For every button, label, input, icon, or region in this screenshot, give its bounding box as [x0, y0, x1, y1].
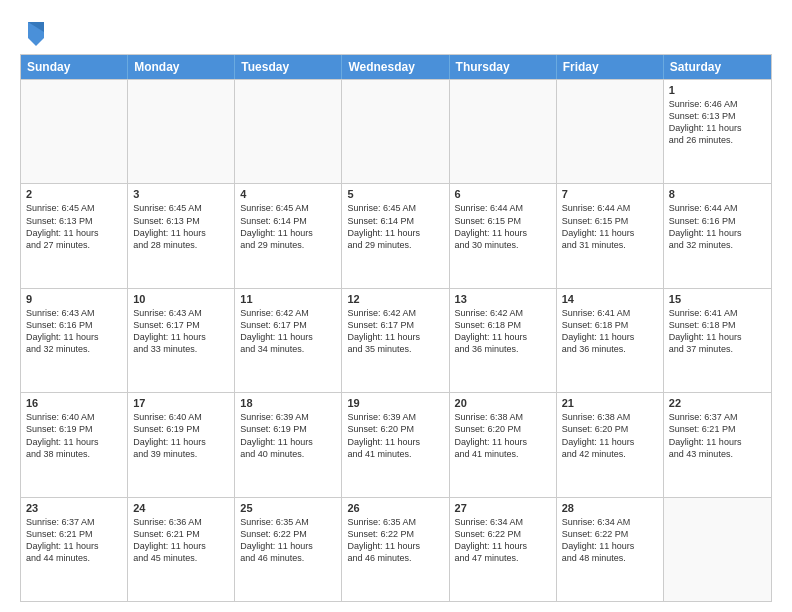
day-info: Sunrise: 6:45 AM Sunset: 6:14 PM Dayligh…	[347, 202, 443, 251]
day-info: Sunrise: 6:45 AM Sunset: 6:14 PM Dayligh…	[240, 202, 336, 251]
day-number: 9	[26, 293, 122, 305]
day-cell-1: 1Sunrise: 6:46 AM Sunset: 6:13 PM Daylig…	[664, 80, 771, 183]
day-info: Sunrise: 6:37 AM Sunset: 6:21 PM Dayligh…	[26, 516, 122, 565]
day-info: Sunrise: 6:35 AM Sunset: 6:22 PM Dayligh…	[347, 516, 443, 565]
day-number: 17	[133, 397, 229, 409]
day-number: 13	[455, 293, 551, 305]
calendar-row-2: 9Sunrise: 6:43 AM Sunset: 6:16 PM Daylig…	[21, 288, 771, 392]
day-info: Sunrise: 6:42 AM Sunset: 6:17 PM Dayligh…	[240, 307, 336, 356]
day-number: 16	[26, 397, 122, 409]
calendar-row-4: 23Sunrise: 6:37 AM Sunset: 6:21 PM Dayli…	[21, 497, 771, 601]
day-info: Sunrise: 6:34 AM Sunset: 6:22 PM Dayligh…	[455, 516, 551, 565]
day-cell-16: 16Sunrise: 6:40 AM Sunset: 6:19 PM Dayli…	[21, 393, 128, 496]
day-cell-15: 15Sunrise: 6:41 AM Sunset: 6:18 PM Dayli…	[664, 289, 771, 392]
day-cell-18: 18Sunrise: 6:39 AM Sunset: 6:19 PM Dayli…	[235, 393, 342, 496]
day-number: 6	[455, 188, 551, 200]
logo	[20, 18, 48, 46]
day-cell-2: 2Sunrise: 6:45 AM Sunset: 6:13 PM Daylig…	[21, 184, 128, 287]
day-cell-19: 19Sunrise: 6:39 AM Sunset: 6:20 PM Dayli…	[342, 393, 449, 496]
day-cell-8: 8Sunrise: 6:44 AM Sunset: 6:16 PM Daylig…	[664, 184, 771, 287]
day-cell-17: 17Sunrise: 6:40 AM Sunset: 6:19 PM Dayli…	[128, 393, 235, 496]
empty-cell	[21, 80, 128, 183]
day-info: Sunrise: 6:41 AM Sunset: 6:18 PM Dayligh…	[669, 307, 766, 356]
day-cell-7: 7Sunrise: 6:44 AM Sunset: 6:15 PM Daylig…	[557, 184, 664, 287]
empty-cell	[342, 80, 449, 183]
day-info: Sunrise: 6:45 AM Sunset: 6:13 PM Dayligh…	[133, 202, 229, 251]
header-day-monday: Monday	[128, 55, 235, 79]
day-number: 26	[347, 502, 443, 514]
day-number: 15	[669, 293, 766, 305]
day-info: Sunrise: 6:38 AM Sunset: 6:20 PM Dayligh…	[455, 411, 551, 460]
day-number: 25	[240, 502, 336, 514]
day-cell-3: 3Sunrise: 6:45 AM Sunset: 6:13 PM Daylig…	[128, 184, 235, 287]
empty-cell	[235, 80, 342, 183]
logo-icon	[24, 18, 48, 46]
day-number: 14	[562, 293, 658, 305]
day-info: Sunrise: 6:40 AM Sunset: 6:19 PM Dayligh…	[133, 411, 229, 460]
day-cell-4: 4Sunrise: 6:45 AM Sunset: 6:14 PM Daylig…	[235, 184, 342, 287]
day-info: Sunrise: 6:46 AM Sunset: 6:13 PM Dayligh…	[669, 98, 766, 147]
empty-cell	[128, 80, 235, 183]
day-cell-9: 9Sunrise: 6:43 AM Sunset: 6:16 PM Daylig…	[21, 289, 128, 392]
day-cell-14: 14Sunrise: 6:41 AM Sunset: 6:18 PM Dayli…	[557, 289, 664, 392]
day-info: Sunrise: 6:45 AM Sunset: 6:13 PM Dayligh…	[26, 202, 122, 251]
header	[20, 18, 772, 46]
day-number: 23	[26, 502, 122, 514]
day-cell-22: 22Sunrise: 6:37 AM Sunset: 6:21 PM Dayli…	[664, 393, 771, 496]
calendar: SundayMondayTuesdayWednesdayThursdayFrid…	[20, 54, 772, 602]
day-info: Sunrise: 6:36 AM Sunset: 6:21 PM Dayligh…	[133, 516, 229, 565]
empty-cell	[450, 80, 557, 183]
calendar-body: 1Sunrise: 6:46 AM Sunset: 6:13 PM Daylig…	[21, 79, 771, 601]
day-cell-13: 13Sunrise: 6:42 AM Sunset: 6:18 PM Dayli…	[450, 289, 557, 392]
day-number: 18	[240, 397, 336, 409]
calendar-header: SundayMondayTuesdayWednesdayThursdayFrid…	[21, 55, 771, 79]
day-info: Sunrise: 6:43 AM Sunset: 6:16 PM Dayligh…	[26, 307, 122, 356]
header-day-friday: Friday	[557, 55, 664, 79]
day-number: 10	[133, 293, 229, 305]
day-number: 2	[26, 188, 122, 200]
day-cell-12: 12Sunrise: 6:42 AM Sunset: 6:17 PM Dayli…	[342, 289, 449, 392]
day-info: Sunrise: 6:42 AM Sunset: 6:18 PM Dayligh…	[455, 307, 551, 356]
day-info: Sunrise: 6:35 AM Sunset: 6:22 PM Dayligh…	[240, 516, 336, 565]
day-info: Sunrise: 6:40 AM Sunset: 6:19 PM Dayligh…	[26, 411, 122, 460]
day-info: Sunrise: 6:44 AM Sunset: 6:15 PM Dayligh…	[562, 202, 658, 251]
day-number: 8	[669, 188, 766, 200]
day-number: 1	[669, 84, 766, 96]
day-info: Sunrise: 6:34 AM Sunset: 6:22 PM Dayligh…	[562, 516, 658, 565]
header-day-wednesday: Wednesday	[342, 55, 449, 79]
day-info: Sunrise: 6:39 AM Sunset: 6:20 PM Dayligh…	[347, 411, 443, 460]
day-info: Sunrise: 6:38 AM Sunset: 6:20 PM Dayligh…	[562, 411, 658, 460]
day-info: Sunrise: 6:43 AM Sunset: 6:17 PM Dayligh…	[133, 307, 229, 356]
day-info: Sunrise: 6:44 AM Sunset: 6:15 PM Dayligh…	[455, 202, 551, 251]
day-info: Sunrise: 6:37 AM Sunset: 6:21 PM Dayligh…	[669, 411, 766, 460]
day-cell-5: 5Sunrise: 6:45 AM Sunset: 6:14 PM Daylig…	[342, 184, 449, 287]
calendar-row-0: 1Sunrise: 6:46 AM Sunset: 6:13 PM Daylig…	[21, 79, 771, 183]
day-number: 24	[133, 502, 229, 514]
day-cell-28: 28Sunrise: 6:34 AM Sunset: 6:22 PM Dayli…	[557, 498, 664, 601]
day-number: 5	[347, 188, 443, 200]
day-number: 28	[562, 502, 658, 514]
calendar-row-1: 2Sunrise: 6:45 AM Sunset: 6:13 PM Daylig…	[21, 183, 771, 287]
day-cell-23: 23Sunrise: 6:37 AM Sunset: 6:21 PM Dayli…	[21, 498, 128, 601]
day-cell-21: 21Sunrise: 6:38 AM Sunset: 6:20 PM Dayli…	[557, 393, 664, 496]
day-info: Sunrise: 6:44 AM Sunset: 6:16 PM Dayligh…	[669, 202, 766, 251]
day-cell-27: 27Sunrise: 6:34 AM Sunset: 6:22 PM Dayli…	[450, 498, 557, 601]
day-number: 4	[240, 188, 336, 200]
header-day-sunday: Sunday	[21, 55, 128, 79]
day-number: 12	[347, 293, 443, 305]
day-number: 19	[347, 397, 443, 409]
calendar-row-3: 16Sunrise: 6:40 AM Sunset: 6:19 PM Dayli…	[21, 392, 771, 496]
day-number: 3	[133, 188, 229, 200]
header-day-tuesday: Tuesday	[235, 55, 342, 79]
day-number: 11	[240, 293, 336, 305]
day-number: 20	[455, 397, 551, 409]
day-cell-25: 25Sunrise: 6:35 AM Sunset: 6:22 PM Dayli…	[235, 498, 342, 601]
day-number: 22	[669, 397, 766, 409]
day-cell-11: 11Sunrise: 6:42 AM Sunset: 6:17 PM Dayli…	[235, 289, 342, 392]
page: SundayMondayTuesdayWednesdayThursdayFrid…	[0, 0, 792, 612]
day-info: Sunrise: 6:42 AM Sunset: 6:17 PM Dayligh…	[347, 307, 443, 356]
day-cell-20: 20Sunrise: 6:38 AM Sunset: 6:20 PM Dayli…	[450, 393, 557, 496]
header-day-saturday: Saturday	[664, 55, 771, 79]
day-cell-26: 26Sunrise: 6:35 AM Sunset: 6:22 PM Dayli…	[342, 498, 449, 601]
empty-cell	[557, 80, 664, 183]
